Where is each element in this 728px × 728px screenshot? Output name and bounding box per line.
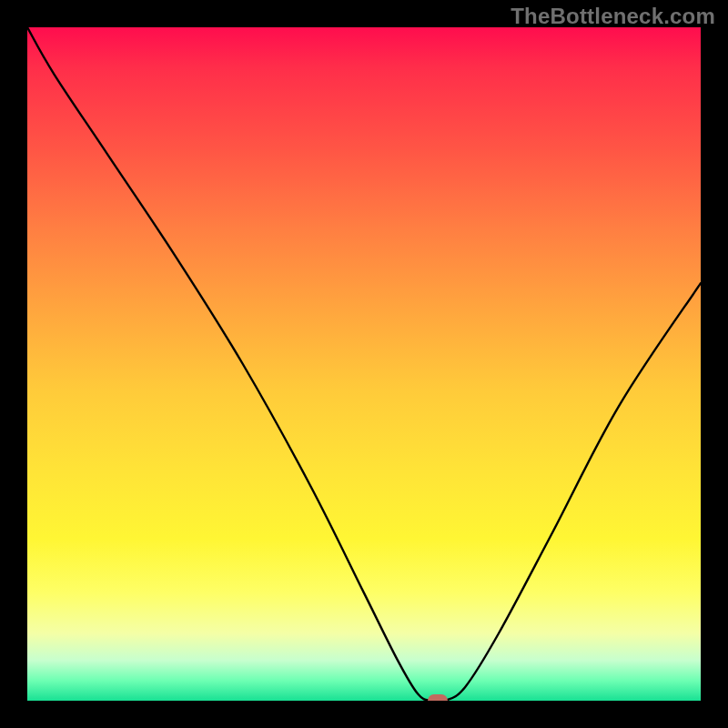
chart-plot-area bbox=[27, 27, 701, 701]
curve-path bbox=[27, 27, 701, 701]
optimal-point-marker bbox=[428, 694, 448, 701]
bottleneck-curve bbox=[27, 27, 701, 701]
watermark-text: TheBottleneck.com bbox=[511, 4, 715, 29]
